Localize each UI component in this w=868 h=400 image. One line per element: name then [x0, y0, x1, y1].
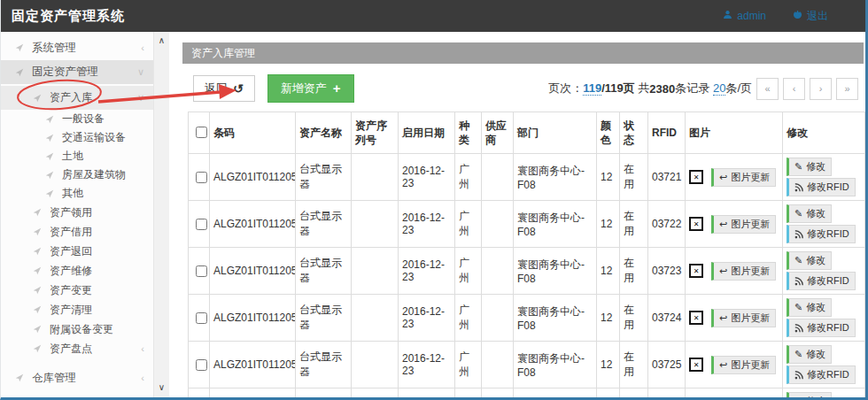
image-update-button[interactable]: ↩ 图片更新: [711, 309, 776, 327]
cell-department: 寰图商务中心-F08: [514, 342, 597, 388]
sidebar-item[interactable]: 资产退回: [1, 242, 169, 261]
sidebar-scrollbar[interactable]: ∧ ∨: [153, 32, 169, 397]
sidebar-item[interactable]: 资产清理: [1, 300, 169, 319]
sidebar-item[interactable]: 仓库管理 ‹: [1, 365, 169, 390]
cell-edit: ✎ 修改 修改RFID: [783, 248, 865, 295]
broken-image-icon: ✕: [689, 217, 703, 231]
edit-rfid-button[interactable]: 修改RFID: [787, 365, 856, 384]
col-category: 种 类: [455, 112, 482, 154]
edit-button[interactable]: ✎ 修改: [787, 345, 832, 364]
cell-department: 寰图商务中心-F08: [514, 248, 597, 295]
page-size-link[interactable]: 20: [713, 81, 725, 96]
rfid-signal-icon: [794, 230, 803, 239]
sidebar-item[interactable]: 资产维修: [1, 261, 169, 281]
sidebar-item[interactable]: 资产入库 ∨: [1, 86, 169, 110]
row-checkbox[interactable]: [196, 219, 207, 230]
row-checkbox[interactable]: [196, 172, 207, 183]
edit-rfid-button[interactable]: 修改RFID: [787, 225, 856, 243]
row-checkbox[interactable]: [196, 265, 207, 277]
sidebar-item[interactable]: 资产变更: [1, 281, 169, 300]
edit-icon: ✎: [794, 208, 802, 219]
sidebar-item[interactable]: 房屋及建筑物: [1, 165, 169, 184]
sidebar-item-label: 房屋及建筑物: [62, 167, 126, 182]
sidebar-item[interactable]: 交通运输设备: [1, 128, 169, 147]
row-checkbox[interactable]: [196, 312, 207, 324]
sidebar-item[interactable]: 其他: [1, 184, 169, 203]
edit-label: 修改: [806, 207, 825, 220]
next-page-button[interactable]: ›: [810, 78, 832, 100]
scroll-up-icon[interactable]: ∧: [154, 35, 169, 45]
cell-serial: [352, 154, 399, 201]
sidebar-item[interactable]: 资产盘点 ‹: [1, 339, 169, 358]
col-image: 图片: [686, 112, 783, 154]
sidebar-item-label: 其他: [62, 186, 83, 201]
cell-image: ✕ ↩ 图片更新: [686, 248, 783, 295]
sidebar-item-label: 资产借用: [50, 225, 92, 240]
sidebar-item[interactable]: 系统管理 ‹: [1, 35, 169, 60]
scroll-down-icon[interactable]: ∨: [154, 382, 169, 392]
image-update-button[interactable]: ↩ 图片更新: [711, 356, 776, 374]
nav-arrow-icon: [33, 286, 42, 295]
user-account-link[interactable]: admin: [723, 9, 766, 24]
cell-status: 在用: [620, 154, 648, 201]
sidebar-item[interactable]: 一般设备: [1, 110, 169, 128]
prev-page-button[interactable]: ‹: [783, 78, 805, 100]
cell-supplier: [482, 201, 514, 248]
cell-image: ✕ ↩ 图片更新: [686, 342, 783, 388]
sidebar-item[interactable]: 固定资产管理 ∨: [1, 60, 169, 84]
edit-button[interactable]: ✎ 修改: [787, 392, 832, 400]
current-page-link[interactable]: 119: [583, 81, 601, 96]
logout-link[interactable]: 退出: [793, 9, 828, 24]
cell-category: 广州: [455, 295, 482, 342]
back-button[interactable]: 返回 ↺: [193, 75, 255, 102]
sidebar-item[interactable]: 土地: [1, 147, 169, 165]
sidebar-item-label: 资产清理: [50, 303, 92, 318]
row-checkbox-cell: [189, 248, 210, 295]
edit-button[interactable]: ✎ 修改: [787, 298, 832, 317]
cell-serial: [352, 201, 399, 248]
image-update-button[interactable]: ↩ 图片更新: [711, 215, 776, 234]
nav-arrow-icon: [33, 247, 42, 256]
sidebar-item-label: 资产退回: [50, 244, 92, 259]
nav-arrow-icon: [15, 43, 24, 52]
cell-edit: ✎ 修改 修改RFID: [783, 342, 865, 388]
last-page-button[interactable]: »: [836, 78, 858, 100]
page-size-suffix: 条/页: [725, 81, 752, 96]
image-update-label: 图片更新: [731, 312, 770, 325]
edit-rfid-button[interactable]: 修改RFID: [787, 319, 856, 337]
select-all-checkbox[interactable]: [196, 127, 207, 138]
back-button-label: 返回: [205, 81, 228, 96]
first-page-button[interactable]: «: [756, 78, 779, 100]
toolbar: 返回 ↺ 新增资产 + 页次：119/119页 共2380条记录 20条/页 «…: [182, 74, 864, 103]
rfid-signal-icon: [794, 371, 803, 380]
cell-department: 寰图商务中心-F08: [514, 154, 597, 201]
app-title: 固定资产管理系统: [1, 8, 125, 25]
add-asset-label: 新增资产: [281, 81, 327, 96]
cell-status: 在用: [620, 388, 648, 400]
edit-label: 修改: [806, 254, 825, 267]
image-update-button[interactable]: ↩ 图片更新: [711, 262, 776, 281]
edit-button[interactable]: ✎ 修改: [787, 158, 832, 176]
sidebar-item[interactable]: 附属设备变更: [1, 319, 169, 339]
add-asset-button[interactable]: 新增资产 +: [267, 74, 354, 103]
sidebar-item[interactable]: 资产借用: [1, 222, 169, 242]
cell-rfid: 03726: [648, 388, 686, 400]
sidebar-item[interactable]: 资产领用: [1, 203, 169, 222]
cell-start-date: 2016-12-23: [399, 342, 455, 388]
edit-button[interactable]: ✎ 修改: [787, 204, 832, 223]
edit-rfid-button[interactable]: 修改RFID: [787, 272, 856, 290]
edit-rfid-label: 修改RFID: [807, 321, 849, 335]
nav-arrow-icon: [45, 134, 54, 142]
pagination-label: 页次：: [548, 81, 583, 96]
edit-button[interactable]: ✎ 修改: [787, 251, 832, 270]
col-color: 颜 色: [597, 112, 620, 154]
edit-rfid-button[interactable]: 修改RFID: [787, 178, 856, 196]
cell-serial: [352, 248, 399, 295]
cell-category: 广州: [455, 154, 482, 201]
sidebar-item-label: 附属设备变更: [50, 322, 113, 337]
col-barcode: 条码: [210, 112, 296, 154]
cell-rfid: 03725: [648, 342, 686, 388]
edit-label: 修改: [806, 395, 825, 400]
row-checkbox[interactable]: [196, 359, 207, 371]
image-update-button[interactable]: ↩ 图片更新: [711, 168, 776, 187]
